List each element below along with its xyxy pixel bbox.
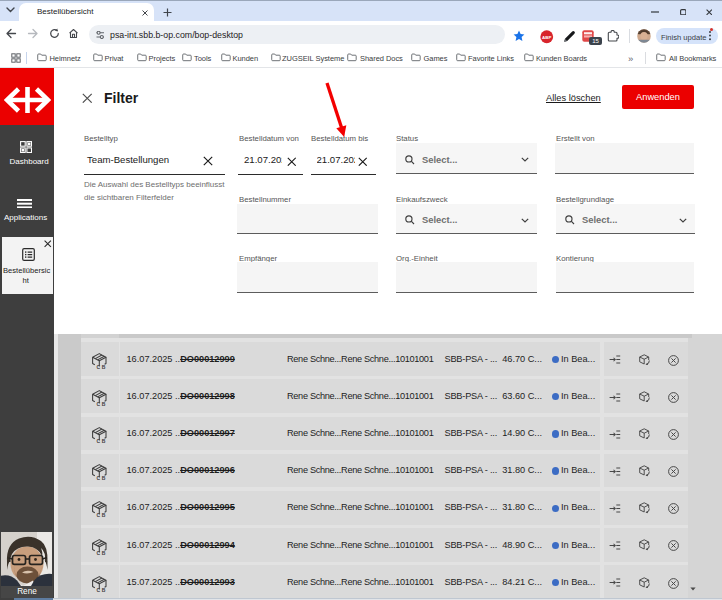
svg-text:CB: CB: [97, 550, 107, 556]
svg-text:CB: CB: [97, 513, 107, 519]
svg-text:CB: CB: [97, 401, 107, 407]
svg-text:CB: CB: [97, 364, 107, 370]
svg-text:CB: CB: [97, 475, 107, 481]
svg-text:CB: CB: [97, 587, 107, 593]
svg-text:ABP: ABP: [542, 35, 551, 40]
svg-text:CB: CB: [97, 438, 107, 444]
